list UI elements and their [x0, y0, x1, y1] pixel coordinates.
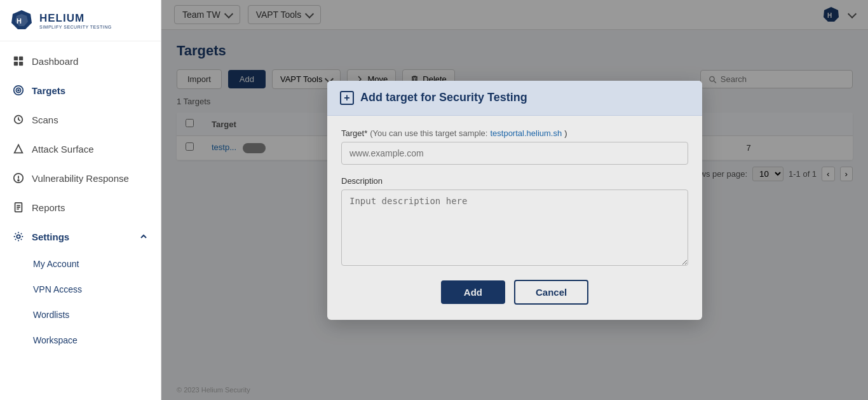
logo-tagline: SIMPLIFY SECURITY TESTING [39, 25, 112, 29]
description-form-group: Description [341, 176, 688, 268]
sidebar-item-vulnerability-response[interactable]: Vulnerability Response [0, 163, 161, 193]
svg-rect-5 [14, 62, 18, 66]
modal-header-icon: + [340, 91, 354, 105]
sidebar-item-scans[interactable]: Scans [0, 105, 161, 134]
logo-text-group: HELIUM SIMPLIFY SECURITY TESTING [39, 12, 112, 29]
settings-label: Settings [32, 231, 69, 242]
sidebar-item-reports[interactable]: Reports [0, 193, 161, 222]
svg-point-12 [18, 180, 19, 181]
sidebar-item-targets[interactable]: Targets [0, 76, 161, 105]
svg-point-9 [18, 90, 19, 91]
targets-icon [13, 85, 24, 96]
target-label: Target* (You can use this target sample:… [341, 128, 688, 138]
svg-rect-4 [19, 57, 23, 60]
wordlists-label: Wordlists [33, 310, 69, 320]
sidebar-item-attack-surface-label: Attack Surface [32, 144, 94, 155]
my-account-label: My Account [33, 259, 79, 269]
sidebar-item-scans-label: Scans [32, 114, 58, 125]
sample-link[interactable]: testportal.helium.sh [490, 128, 562, 138]
vpn-access-label: VPN Access [33, 284, 82, 294]
helium-logo-icon: H [10, 9, 33, 32]
target-form-group: Target* (You can use this target sample:… [341, 128, 688, 165]
sidebar-item-dashboard-label: Dashboard [32, 56, 78, 67]
modal-body: Target* (You can use this target sample:… [327, 116, 702, 320]
modal-title: Add target for Security Testing [360, 91, 527, 104]
sidebar-nav: Dashboard Targets Scans Attack Surface V… [0, 41, 161, 400]
modal-add-button[interactable]: Add [441, 280, 505, 304]
svg-rect-6 [19, 62, 23, 66]
sidebar-item-settings[interactable]: Settings [0, 222, 161, 251]
description-textarea[interactable] [341, 190, 688, 266]
sidebar-item-wordlists[interactable]: Wordlists [0, 302, 161, 328]
modal-actions: Add Cancel [341, 280, 688, 305]
target-input[interactable] [341, 142, 688, 165]
svg-rect-3 [14, 57, 18, 60]
workspace-label: Workspace [33, 335, 78, 345]
main-area: Team TW VAPT Tools H Targets Import Add … [161, 0, 868, 400]
reports-icon [13, 202, 24, 213]
settings-icon [13, 231, 24, 242]
dashboard-icon [13, 55, 24, 67]
scans-icon [13, 114, 24, 125]
sidebar-item-targets-label: Targets [32, 85, 65, 96]
modal-overlay: + Add target for Security Testing Target… [161, 0, 868, 400]
logo-name: HELIUM [39, 12, 112, 25]
sidebar: H HELIUM SIMPLIFY SECURITY TESTING Dashb… [0, 0, 161, 400]
add-target-modal: + Add target for Security Testing Target… [327, 81, 702, 320]
sidebar-item-vpn-access[interactable]: VPN Access [0, 277, 161, 302]
sidebar-item-my-account[interactable]: My Account [0, 251, 161, 277]
logo-area: H HELIUM SIMPLIFY SECURITY TESTING [0, 0, 161, 41]
sidebar-item-reports-label: Reports [32, 202, 65, 213]
chevron-up-icon [139, 232, 148, 241]
svg-text:H: H [17, 17, 22, 25]
sidebar-item-workspace[interactable]: Workspace [0, 328, 161, 353]
description-label: Description [341, 176, 688, 186]
attack-surface-icon [13, 143, 24, 155]
svg-point-17 [17, 235, 20, 238]
modal-cancel-button[interactable]: Cancel [514, 280, 588, 305]
sidebar-item-attack-surface[interactable]: Attack Surface [0, 134, 161, 163]
vulnerability-icon [13, 172, 24, 184]
sidebar-item-dashboard[interactable]: Dashboard [0, 46, 161, 76]
sidebar-item-vulnerability-label: Vulnerability Response [32, 173, 129, 184]
modal-header: + Add target for Security Testing [327, 81, 702, 116]
